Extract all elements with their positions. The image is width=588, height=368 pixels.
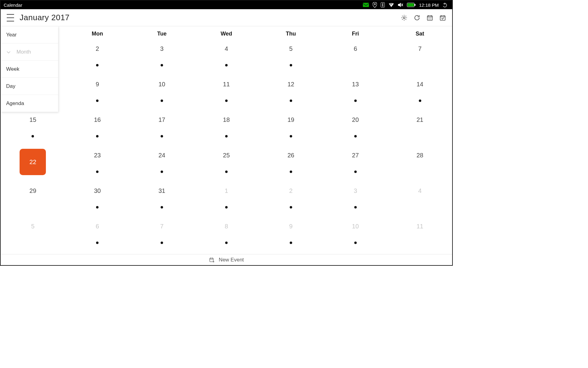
new-event-icon: [209, 257, 215, 263]
day-cell[interactable]: 8: [194, 219, 259, 254]
day-cell[interactable]: 23: [65, 148, 130, 183]
day-cell[interactable]: 10: [130, 77, 194, 112]
day-number: 1: [225, 187, 228, 194]
weekday-header: Mon: [65, 26, 130, 41]
day-cell[interactable]: 2: [259, 183, 323, 219]
day-cell[interactable]: 9: [259, 219, 323, 254]
battery-icon[interactable]: [407, 3, 415, 7]
day-cell[interactable]: 30: [65, 183, 130, 219]
view-option-label: Year: [6, 32, 17, 38]
day-cell[interactable]: 26: [259, 148, 323, 183]
day-cell[interactable]: 2: [65, 41, 130, 77]
day-number: 26: [288, 152, 294, 159]
day-cell[interactable]: 6: [323, 41, 388, 77]
day-number: 16: [94, 116, 101, 123]
settings-gear-icon[interactable]: [401, 14, 408, 21]
day-cell[interactable]: 13: [323, 77, 388, 112]
day-cell[interactable]: 17: [130, 112, 194, 148]
wifi-icon[interactable]: [389, 2, 394, 7]
day-cell[interactable]: 3: [323, 183, 388, 219]
day-number: 31: [158, 187, 165, 194]
view-option-year[interactable]: Year: [1, 26, 58, 43]
svg-point-13: [428, 18, 429, 18]
today-icon[interactable]: [439, 14, 446, 21]
day-cell[interactable]: 7: [388, 41, 452, 77]
day-cell[interactable]: 11: [388, 219, 452, 254]
day-cell[interactable]: 29: [1, 183, 65, 219]
hamburger-menu-button[interactable]: [7, 14, 14, 21]
svg-point-1: [374, 3, 375, 5]
new-event-button[interactable]: New Event: [1, 254, 452, 265]
day-cell[interactable]: 15: [1, 112, 65, 148]
svg-rect-23: [210, 258, 213, 262]
day-cell[interactable]: 22: [1, 148, 65, 183]
view-option-week[interactable]: Week: [1, 61, 58, 78]
day-cell[interactable]: 4: [194, 41, 259, 77]
day-number: 6: [96, 223, 99, 230]
day-cell[interactable]: 31: [130, 183, 194, 219]
view-option-label: Day: [6, 83, 15, 89]
svg-point-16: [428, 19, 429, 19]
refresh-icon[interactable]: [414, 14, 420, 21]
day-cell[interactable]: 1: [194, 183, 259, 219]
event-dot-icon: [419, 100, 421, 102]
event-dot-icon: [290, 135, 292, 137]
day-cell[interactable]: 12: [259, 77, 323, 112]
day-number: 17: [158, 116, 165, 123]
day-cell[interactable]: 10: [323, 219, 388, 254]
event-dot-icon: [161, 135, 163, 137]
day-number: 8: [225, 223, 228, 230]
view-option-label: Month: [17, 49, 31, 55]
day-cell[interactable]: 27: [323, 148, 388, 183]
day-cell[interactable]: 28: [388, 148, 452, 183]
mail-icon[interactable]: [363, 3, 369, 7]
weekday-header: Fri: [323, 26, 388, 41]
day-number: 29: [29, 187, 36, 194]
day-cell[interactable]: 20: [323, 112, 388, 148]
view-option-agenda[interactable]: Agenda: [1, 95, 58, 112]
power-icon[interactable]: [442, 2, 447, 7]
event-dot-icon: [225, 135, 228, 137]
event-dot-icon: [161, 64, 163, 66]
day-cell[interactable]: 18: [194, 112, 259, 148]
day-number: 11: [223, 81, 230, 88]
day-number: 3: [160, 45, 164, 52]
day-cell[interactable]: 4: [388, 183, 452, 219]
location-icon[interactable]: [373, 2, 377, 8]
event-dot-icon: [290, 206, 292, 208]
day-number: 18: [223, 116, 230, 123]
go-to-date-icon[interactable]: [426, 14, 433, 21]
day-number: 9: [289, 223, 292, 230]
day-cell[interactable]: 16: [65, 112, 130, 148]
day-cell[interactable]: 5: [1, 219, 65, 254]
day-cell[interactable]: 21: [388, 112, 452, 148]
day-cell[interactable]: 3: [130, 41, 194, 77]
system-statusbar: Calendar 12:18 PM: [1, 1, 452, 9]
event-dot-icon: [354, 135, 357, 137]
event-dot-icon: [161, 242, 163, 244]
day-cell[interactable]: 25: [194, 148, 259, 183]
event-dot-icon: [161, 100, 163, 102]
bluetooth-icon[interactable]: [381, 2, 385, 8]
event-dot-icon: [225, 100, 228, 102]
check-chevron-icon: [6, 50, 11, 54]
day-cell[interactable]: 14: [388, 77, 452, 112]
day-cell[interactable]: 9: [65, 77, 130, 112]
view-option-day[interactable]: Day: [1, 78, 58, 95]
day-cell[interactable]: 6: [65, 219, 130, 254]
event-dot-icon: [32, 135, 34, 137]
event-dot-icon: [161, 206, 163, 208]
event-dot-icon: [290, 171, 292, 173]
svg-rect-19: [440, 16, 445, 20]
day-cell[interactable]: 5: [259, 41, 323, 77]
day-cell[interactable]: 11: [194, 77, 259, 112]
day-cell[interactable]: 7: [130, 219, 194, 254]
month-grid: SunMonTueWedThuFriSat1234567891011121314…: [1, 26, 452, 254]
view-option-month[interactable]: Month: [1, 43, 58, 61]
day-number: 15: [29, 116, 36, 123]
volume-muted-icon[interactable]: [398, 2, 403, 7]
svg-point-18: [431, 19, 431, 19]
day-cell[interactable]: 19: [259, 112, 323, 148]
day-cell[interactable]: 24: [130, 148, 194, 183]
event-dot-icon: [96, 206, 99, 208]
